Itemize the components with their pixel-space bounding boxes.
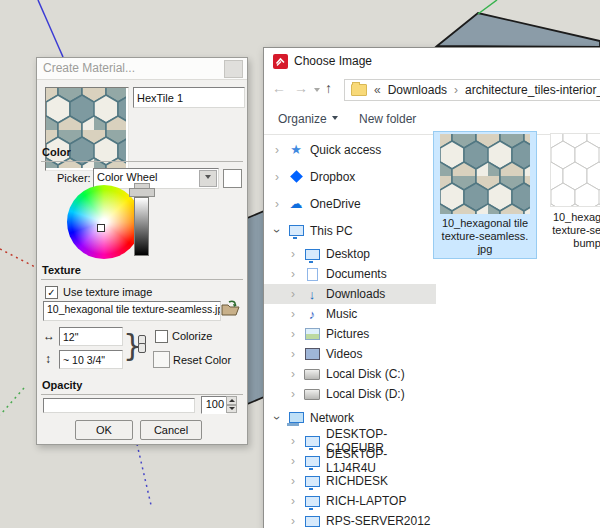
choose-image-dialog: Choose Image ← → ↑ « Downloads › archite… (263, 47, 600, 528)
sidebar-item-local-disk-c[interactable]: › Local Disk (C:) (264, 364, 436, 384)
sidebar-item-onedrive[interactable]: › ☁ OneDrive (264, 190, 436, 217)
chevron-right-icon[interactable]: › (288, 327, 298, 341)
network-pc-icon (304, 514, 320, 528)
chevron-down-icon[interactable]: › (270, 226, 284, 236)
sidebar-item-desktop[interactable]: › Desktop (264, 244, 436, 264)
sidebar-item-label: This PC (310, 224, 353, 238)
organize-menu[interactable]: Organize (278, 112, 338, 126)
material-name-input[interactable] (133, 87, 245, 108)
chevron-right-icon[interactable]: › (288, 267, 298, 281)
create-material-dialog: Create Material... Color Picker: Color W… (36, 57, 248, 445)
chevron-right-icon[interactable]: › (272, 170, 282, 184)
path-collapse-icon[interactable]: « (374, 83, 381, 97)
chevron-right-icon[interactable]: › (288, 347, 298, 361)
create-material-titlebar[interactable]: Create Material... (37, 58, 247, 80)
lock-aspect-icon[interactable] (138, 335, 146, 353)
width-arrows-icon: ↔ (43, 329, 55, 343)
file-item-texture[interactable]: 10_hexagonal tile texture-seamless. jpg (434, 132, 536, 258)
spin-up-button[interactable] (226, 396, 237, 405)
current-color-swatch[interactable] (223, 169, 242, 188)
spin-down-button[interactable] (226, 405, 237, 414)
sketchup-viewport: Create Material... Color Picker: Color W… (0, 0, 600, 528)
ok-button[interactable]: OK (75, 420, 133, 440)
colorize-checkbox[interactable] (155, 330, 168, 343)
texture-filename-field[interactable]: 10_hexagonal tile texture-seamless.jpg (43, 301, 221, 321)
opacity-value[interactable]: 100 (201, 396, 227, 414)
network-pc-icon (304, 434, 320, 448)
history-dropdown-icon[interactable] (314, 88, 320, 95)
sidebar-item-this-pc[interactable]: › This PC (264, 217, 436, 244)
sidebar-item-label: Downloads (326, 287, 385, 301)
file-name-line: bump.jpg (547, 237, 600, 250)
chevron-right-icon[interactable]: › (272, 143, 282, 157)
height-arrows-icon: ↕ (45, 352, 51, 366)
dropbox-icon (288, 170, 304, 184)
sidebar-item-label: Music (326, 307, 357, 321)
breadcrumb-downloads[interactable]: Downloads (388, 83, 447, 97)
texture-thumbnail (440, 134, 530, 214)
sidebar-item-videos[interactable]: › Videos (264, 344, 436, 364)
chevron-right-icon[interactable]: › (288, 307, 298, 321)
reset-color-label[interactable]: Reset Color (173, 354, 231, 366)
sidebar-item-desktop-l1j4r4u[interactable]: › DESKTOP-L1J4R4U (264, 451, 436, 471)
texture-height-input[interactable] (59, 350, 123, 369)
chevron-right-icon[interactable]: › (288, 434, 298, 448)
value-slider-handle-cap[interactable] (129, 188, 155, 197)
sidebar-item-rich-laptop[interactable]: › RICH-LAPTOP (264, 491, 436, 511)
cancel-button[interactable]: Cancel (140, 420, 202, 440)
opacity-slider[interactable] (43, 398, 195, 413)
chevron-right-icon[interactable]: › (288, 387, 298, 401)
breadcrumb-current-folder[interactable]: architecture_tiles-interior_hexago (465, 83, 600, 97)
sidebar-item-label: Documents (326, 267, 387, 281)
sidebar-item-pictures[interactable]: › Pictures (264, 324, 436, 344)
sidebar-item-rps-server2012[interactable]: › RPS-SERVER2012 (264, 511, 436, 528)
reset-color-swatch[interactable] (153, 351, 170, 368)
sidebar-item-quick-access[interactable]: › ★ Quick access (264, 136, 436, 163)
music-icon: ♪ (304, 307, 320, 321)
chevron-right-icon[interactable]: › (288, 367, 298, 381)
address-box[interactable]: « Downloads › architecture_tiles-interio… (344, 79, 600, 101)
caret-down-icon (205, 175, 211, 182)
sidebar-item-label: Dropbox (310, 170, 355, 184)
chevron-right-icon[interactable]: › (288, 454, 298, 468)
value-slider[interactable] (134, 197, 149, 256)
forward-button[interactable]: → (294, 80, 308, 96)
material-preview (45, 87, 129, 171)
new-folder-button[interactable]: New folder (359, 112, 416, 126)
sidebar-item-downloads[interactable]: › ↓ Downloads (264, 284, 436, 304)
chevron-right-icon[interactable]: › (288, 494, 298, 508)
dropdown-button[interactable] (199, 170, 217, 187)
sidebar-item-label: RICH-LAPTOP (326, 494, 406, 508)
chevron-right-icon[interactable]: › (272, 197, 282, 211)
opacity-spinner: 100 (201, 396, 237, 413)
sidebar-item-documents[interactable]: › Documents (264, 264, 436, 284)
sidebar-item-music[interactable]: › ♪ Music (264, 304, 436, 324)
address-bar: ← → ↑ « Downloads › architecture_tiles-i… (264, 74, 600, 106)
folder-icon (351, 84, 367, 96)
sketchup-logo-icon (273, 54, 288, 69)
chevron-down-icon[interactable]: › (270, 413, 284, 423)
back-button[interactable]: ← (272, 80, 286, 96)
sidebar-item-dropbox[interactable]: › Dropbox (264, 163, 436, 190)
close-button[interactable] (224, 60, 243, 78)
chevron-right-icon[interactable]: › (288, 514, 298, 528)
texture-width-input[interactable] (59, 327, 123, 346)
opacity-section-label: Opacity (42, 379, 82, 391)
check-icon: ✓ (47, 287, 55, 298)
chevron-right-icon[interactable]: › (288, 287, 298, 301)
up-button[interactable]: ↑ (325, 80, 332, 96)
file-item-bump[interactable]: 10_hexagonal tile texture-seamless- bump… (545, 132, 600, 252)
disk-icon (304, 367, 320, 381)
organize-label: Organize (278, 112, 327, 126)
chevron-right-icon[interactable]: › (288, 474, 298, 488)
downloads-icon: ↓ (304, 287, 320, 301)
picker-value: Color Wheel (97, 171, 158, 183)
sidebar-item-label: Videos (326, 347, 362, 361)
chevron-right-icon[interactable]: › (288, 247, 298, 261)
use-texture-checkbox[interactable]: ✓ (45, 286, 58, 299)
choose-image-titlebar[interactable]: Choose Image (264, 48, 600, 74)
color-wheel-cursor[interactable] (97, 224, 105, 232)
command-toolbar: Organize New folder (264, 106, 600, 135)
sidebar-item-local-disk-d[interactable]: › Local Disk (D:) (264, 384, 436, 404)
browse-folder-icon[interactable] (220, 300, 241, 317)
